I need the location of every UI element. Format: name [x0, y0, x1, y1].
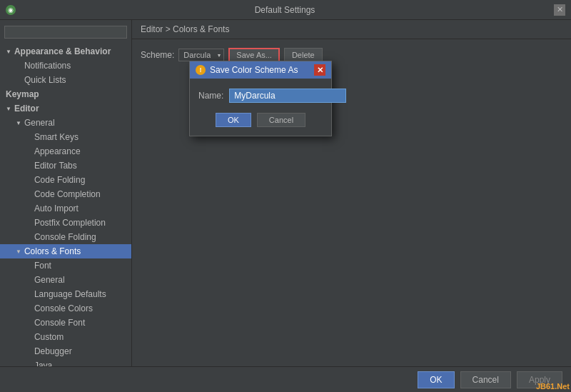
sidebar-item-label: Font: [34, 261, 51, 271]
search-box: [0, 23, 131, 41]
dialog-title: Save Color Scheme As: [206, 65, 314, 75]
sidebar-item-code-completion[interactable]: ▼Code Completion: [0, 187, 131, 201]
sidebar-item-label: Custom: [34, 332, 64, 342]
sidebar-item-label: Postfix Completion: [34, 218, 106, 228]
sidebar-item-label: Code Folding: [34, 175, 85, 185]
save-color-scheme-dialog: ! Save Color Scheme As ✕ Name: OK Cancel: [189, 61, 332, 136]
sidebar-item-general-cf[interactable]: ▼General: [0, 273, 131, 287]
sidebar-item-console-font[interactable]: ▼Console Font: [0, 316, 131, 330]
sidebar-item-label: Console Colors: [34, 303, 93, 313]
sidebar-item-auto-import[interactable]: ▼Auto Import: [0, 201, 131, 216]
sidebar-item-general[interactable]: ▼General: [0, 116, 131, 130]
window-title: Default Settings: [16, 5, 554, 15]
sidebar-item-label: Console Font: [34, 318, 85, 328]
sidebar-item-label: Console Folding: [34, 232, 96, 242]
triangle-icon: ▼: [6, 49, 11, 55]
sidebar-item-label: Auto Import: [34, 203, 79, 213]
sidebar-item-postfix-completion[interactable]: ▼Postfix Completion: [0, 216, 131, 230]
dialog-close-button[interactable]: ✕: [314, 64, 325, 76]
sidebar-item-label: Language Defaults: [34, 289, 106, 299]
sidebar-item-java[interactable]: ▼Java: [0, 358, 131, 366]
dialog-cancel-button[interactable]: Cancel: [257, 113, 305, 127]
sidebar-item-language-defaults[interactable]: ▼Language Defaults: [0, 287, 131, 301]
sidebar-item-debugger[interactable]: ▼Debugger: [0, 344, 131, 358]
search-input[interactable]: [4, 26, 127, 39]
footer-apply-button[interactable]: Apply: [517, 371, 562, 388]
dialog-body: Name: OK Cancel: [190, 79, 331, 136]
dialog-buttons: OK Cancel: [198, 113, 323, 127]
footer: OK Cancel Apply: [0, 366, 571, 392]
sidebar-item-label: Appearance: [34, 146, 81, 156]
sidebar-item-label: General: [24, 118, 55, 128]
sidebar-item-label: Colors & Fonts: [24, 246, 81, 256]
dialog-icon: !: [196, 65, 206, 75]
sidebar-items-container: ▼Appearance & Behavior▼Notifications▼Qui…: [0, 44, 131, 366]
dialog-ok-button[interactable]: OK: [216, 113, 251, 127]
sidebar-item-label: Notifications: [24, 61, 71, 71]
sidebar-item-custom[interactable]: ▼Custom: [0, 330, 131, 344]
main-layout: ▼Appearance & Behavior▼Notifications▼Qui…: [0, 20, 571, 366]
sidebar-item-smart-keys[interactable]: ▼Smart Keys: [0, 130, 131, 144]
sidebar-item-notifications[interactable]: ▼Notifications: [0, 59, 131, 73]
triangle-icon: ▼: [16, 248, 21, 255]
sidebar-item-label: Editor Tabs: [34, 161, 77, 171]
sidebar-item-label: Quick Lists: [24, 75, 66, 85]
title-bar: ◉ Default Settings ✕: [0, 0, 571, 20]
dialog-name-input[interactable]: [229, 89, 346, 103]
sidebar-item-console-folding[interactable]: ▼Console Folding: [0, 230, 131, 244]
sidebar-item-label: Keymap: [6, 89, 39, 99]
breadcrumb: Editor > Colors & Fonts: [132, 20, 571, 39]
sidebar: ▼Appearance & Behavior▼Notifications▼Qui…: [0, 20, 132, 366]
sidebar-item-colors-fonts[interactable]: ▼Colors & Fonts: [0, 244, 131, 258]
footer-ok-button[interactable]: OK: [418, 371, 454, 388]
sidebar-item-quick-lists[interactable]: ▼Quick Lists: [0, 73, 131, 87]
sidebar-item-label: Editor: [14, 104, 39, 114]
content-body: Scheme: Darcula Default Save As... Delet…: [132, 39, 571, 366]
dialog-title-bar: ! Save Color Scheme As ✕: [190, 61, 331, 79]
triangle-icon: ▼: [16, 120, 21, 126]
dialog-overlay: ! Save Color Scheme As ✕ Name: OK Cancel: [132, 39, 571, 366]
sidebar-item-label: General: [34, 275, 65, 285]
content-area: Editor > Colors & Fonts Scheme: Darcula …: [132, 20, 571, 366]
sidebar-item-appearance[interactable]: ▼Appearance: [0, 144, 131, 159]
sidebar-item-code-folding[interactable]: ▼Code Folding: [0, 173, 131, 187]
sidebar-item-label: Code Completion: [34, 189, 101, 199]
footer-cancel-button[interactable]: Cancel: [460, 371, 511, 388]
sidebar-item-editor[interactable]: ▼Editor: [0, 101, 131, 116]
sidebar-item-label: Debugger: [34, 346, 72, 356]
triangle-icon: ▼: [6, 106, 11, 112]
sidebar-item-editor-tabs[interactable]: ▼Editor Tabs: [0, 159, 131, 173]
sidebar-item-label: Appearance & Behavior: [14, 46, 111, 56]
window-close-button[interactable]: ✕: [554, 4, 565, 16]
app-icon: ◉: [6, 5, 16, 15]
sidebar-item-console-colors[interactable]: ▼Console Colors: [0, 301, 131, 316]
sidebar-item-appearance-behavior[interactable]: ▼Appearance & Behavior: [0, 44, 131, 59]
sidebar-item-keymap[interactable]: Keymap: [0, 87, 131, 101]
dialog-name-row: Name:: [198, 89, 323, 103]
sidebar-item-font[interactable]: ▼Font: [0, 258, 131, 273]
dialog-name-label: Name:: [198, 91, 223, 101]
sidebar-item-label: Java: [34, 361, 52, 366]
sidebar-item-label: Smart Keys: [34, 132, 79, 142]
